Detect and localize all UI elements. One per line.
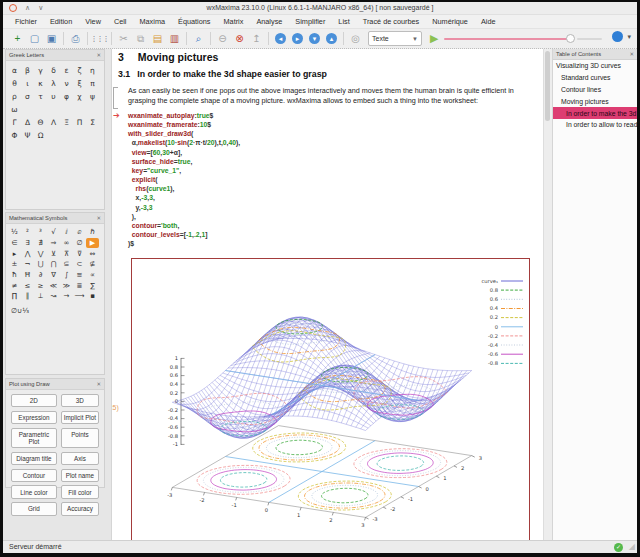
scroll-up-icon[interactable]: ▴ bbox=[324, 31, 339, 46]
greek-letter-button[interactable]: Ω bbox=[34, 129, 47, 142]
draw-contour-button[interactable]: Contour bbox=[11, 469, 57, 482]
menu-item-analyse[interactable]: Analyse bbox=[256, 17, 282, 26]
greek-letter-button[interactable]: Φ bbox=[8, 129, 21, 142]
scrollbar-thumb[interactable] bbox=[545, 51, 550, 121]
greek-letter-button[interactable]: θ bbox=[8, 77, 21, 90]
math-symbol-button[interactable]: ≣ bbox=[73, 280, 86, 291]
worksheet[interactable]: 3Moving pictures 3.1In order to make the… bbox=[112, 49, 543, 540]
configure-icon[interactable]: ⋮⋮⋮ bbox=[92, 31, 107, 46]
cut-icon[interactable]: ✂ bbox=[116, 31, 131, 46]
greek-letter-button[interactable]: Λ bbox=[47, 116, 60, 129]
math-symbol-button[interactable]: Ħ bbox=[21, 270, 34, 281]
greek-letter-button[interactable]: Σ bbox=[86, 116, 99, 129]
greek-letter-button[interactable]: ν bbox=[60, 77, 73, 90]
greek-letter-button[interactable]: β bbox=[21, 64, 34, 77]
greek-letter-button[interactable]: Ξ bbox=[60, 116, 73, 129]
math-symbol-button[interactable]: ∞ bbox=[60, 238, 73, 249]
user-symbols[interactable]: ∅∪⅓ bbox=[6, 305, 104, 317]
draw-line-color-button[interactable]: Line color bbox=[11, 485, 57, 498]
draw-grid-button[interactable]: Grid bbox=[11, 502, 57, 515]
nav-forward-icon[interactable]: ▸ bbox=[290, 31, 305, 46]
math-symbol-button[interactable]: ² bbox=[21, 227, 34, 238]
interrupt-icon[interactable]: ⊖ bbox=[215, 31, 230, 46]
toc-item[interactable]: In order to make the 3d s... bbox=[553, 107, 637, 119]
animation-play-button[interactable]: ▶ bbox=[430, 31, 438, 46]
math-symbol-button[interactable]: ⅈ bbox=[60, 227, 73, 238]
greek-letter-button[interactable]: λ bbox=[47, 77, 60, 90]
math-symbol-button[interactable]: ∥ bbox=[21, 291, 34, 302]
greek-letter-button[interactable]: γ bbox=[34, 64, 47, 77]
greek-letter-button[interactable]: Ψ bbox=[21, 129, 34, 142]
menu-item-edition[interactable]: Edition bbox=[50, 17, 72, 26]
slider-knob[interactable] bbox=[566, 34, 575, 43]
math-symbol-button[interactable]: ⊼ bbox=[60, 248, 73, 259]
math-symbol-button[interactable]: ⊻ bbox=[47, 248, 60, 259]
menu-item-maxima[interactable]: Maxima bbox=[139, 17, 165, 26]
draw-axis-button[interactable]: Axis bbox=[61, 452, 99, 465]
math-symbol-button[interactable]: ⋃ bbox=[34, 259, 47, 270]
follow-evaluation-icon[interactable]: ◎ bbox=[348, 31, 363, 46]
greek-letter-button[interactable]: υ bbox=[47, 90, 60, 103]
menu-item-fichier[interactable]: Fichier bbox=[15, 17, 37, 26]
menu-item-view[interactable]: View bbox=[85, 17, 101, 26]
draw-implicit-plot-button[interactable]: Implicit Plot bbox=[61, 411, 99, 424]
math-symbol-button[interactable]: ∫ bbox=[60, 270, 73, 281]
math-symbol-button[interactable]: ∃ bbox=[21, 238, 34, 249]
greek-letter-button[interactable]: σ bbox=[21, 90, 34, 103]
greek-letter-button[interactable]: δ bbox=[47, 64, 60, 77]
toc-item[interactable]: Contour lines bbox=[553, 84, 637, 96]
greek-letter-button[interactable]: ψ bbox=[86, 90, 99, 103]
math-symbol-button[interactable]: ⋀ bbox=[21, 248, 34, 259]
math-symbol-button[interactable]: ≠ bbox=[8, 280, 21, 291]
math-symbol-button[interactable]: ▸ bbox=[8, 248, 21, 259]
greek-letter-button[interactable]: Δ bbox=[21, 116, 34, 129]
save-icon[interactable]: ▣ bbox=[44, 31, 59, 46]
math-symbol-button[interactable]: ∑ bbox=[86, 280, 99, 291]
toc-item[interactable]: In order to allow to read ... bbox=[553, 119, 637, 131]
math-symbol-button[interactable]: ¬ bbox=[21, 259, 34, 270]
draw-expression-button[interactable]: Expression bbox=[11, 411, 57, 424]
draw-parametric-plot-button[interactable]: Parametric Plot bbox=[11, 428, 57, 448]
math-symbol-button[interactable]: ⊂ bbox=[73, 259, 86, 270]
new-document-icon[interactable]: + bbox=[10, 31, 25, 46]
greek-letter-button[interactable]: χ bbox=[73, 90, 86, 103]
text-cell[interactable]: As can easily be seen if one pops out th… bbox=[128, 86, 536, 106]
greek-letter-button[interactable] bbox=[21, 103, 34, 116]
math-symbol-button[interactable]: ⅇ bbox=[73, 227, 86, 238]
close-icon[interactable]: ✕ bbox=[96, 52, 101, 58]
input-cell[interactable]: wxanimate_autoplay:true$wxanimate_framer… bbox=[128, 111, 240, 248]
math-symbol-button[interactable]: ħ bbox=[8, 270, 21, 281]
cell-type-select[interactable]: Texte ▼ bbox=[368, 31, 422, 46]
greek-letter-button[interactable] bbox=[86, 103, 99, 116]
menu-item-cell[interactable]: Cell bbox=[114, 17, 127, 26]
math-symbol-button[interactable]: ≥ bbox=[34, 280, 47, 291]
math-symbol-button[interactable]: ³ bbox=[34, 227, 47, 238]
math-symbol-button[interactable]: ⇔ bbox=[86, 248, 99, 259]
toc-item[interactable]: Moving pictures bbox=[553, 95, 637, 107]
math-symbol-button[interactable]: ∈ bbox=[8, 238, 21, 249]
animation-frame-slider[interactable] bbox=[444, 31, 602, 46]
help-icon[interactable] bbox=[612, 31, 623, 42]
greek-letter-button[interactable]: Γ bbox=[8, 116, 21, 129]
greek-letter-button[interactable] bbox=[47, 103, 60, 116]
greek-letter-button[interactable]: η bbox=[86, 64, 99, 77]
menu-item-simplifier[interactable]: Simplifier bbox=[295, 17, 325, 26]
math-symbol-button[interactable]: ∝ bbox=[86, 270, 99, 281]
menu-item-trac-de-courbes[interactable]: Tracé de courbes bbox=[363, 17, 420, 26]
math-symbol-button[interactable]: ∄ bbox=[34, 238, 47, 249]
math-symbol-button[interactable]: ∏ bbox=[8, 291, 21, 302]
close-icon[interactable]: ✕ bbox=[629, 51, 634, 57]
stop-icon[interactable]: ⊗ bbox=[232, 31, 247, 46]
copy-icon[interactable]: ⧉ bbox=[133, 31, 148, 46]
greek-letter-button[interactable]: ζ bbox=[73, 64, 86, 77]
math-symbol-button[interactable]: ⟂ bbox=[34, 291, 47, 302]
math-symbol-button[interactable]: ∇ bbox=[47, 270, 60, 281]
math-symbol-button[interactable]: ∅ bbox=[73, 238, 86, 249]
greek-letter-button[interactable] bbox=[73, 103, 86, 116]
vertical-scrollbar[interactable] bbox=[543, 49, 552, 540]
greek-letter-button[interactable]: α bbox=[8, 64, 21, 77]
section-heading[interactable]: 3Moving pictures bbox=[118, 51, 218, 63]
subsection-heading[interactable]: 3.1In order to make the 3d shape easier … bbox=[118, 69, 327, 79]
math-symbol-button[interactable]: ± bbox=[8, 259, 21, 270]
math-symbol-button[interactable]: ⋂ bbox=[47, 259, 60, 270]
